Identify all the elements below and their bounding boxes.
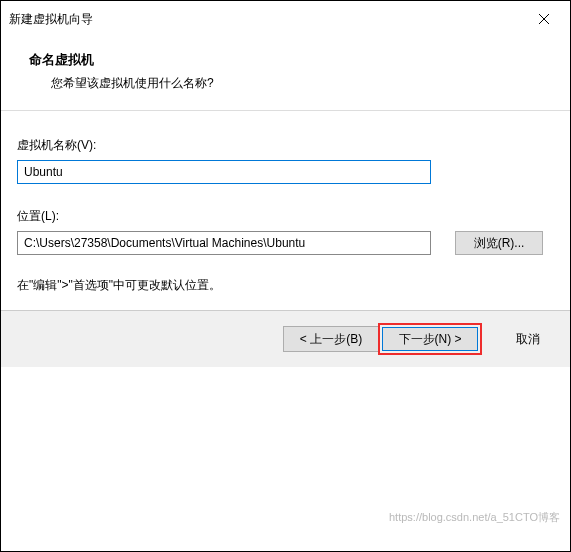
- titlebar: 新建虚拟机向导: [1, 1, 571, 37]
- back-button[interactable]: < 上一步(B): [283, 326, 379, 352]
- wizard-header: 命名虚拟机 您希望该虚拟机使用什么名称?: [1, 37, 571, 110]
- hint-text: 在"编辑">"首选项"中可更改默认位置。: [17, 277, 556, 294]
- wizard-footer: < 上一步(B) 下一步(N) > 取消: [1, 310, 571, 367]
- location-row: 浏览(R)...: [17, 231, 556, 255]
- watermark-text: https://blog.csdn.net/a_51CTO博客: [389, 510, 560, 525]
- page-subtitle: 您希望该虚拟机使用什么名称?: [51, 75, 560, 92]
- vm-name-label: 虚拟机名称(V):: [17, 137, 556, 154]
- next-button[interactable]: 下一步(N) >: [382, 327, 478, 351]
- close-icon: [539, 14, 549, 24]
- next-highlight: 下一步(N) >: [378, 323, 482, 355]
- location-input[interactable]: [17, 231, 431, 255]
- page-title: 命名虚拟机: [29, 51, 560, 69]
- close-button[interactable]: [524, 7, 564, 31]
- location-label: 位置(L):: [17, 208, 556, 225]
- browse-button[interactable]: 浏览(R)...: [455, 231, 543, 255]
- vm-name-input[interactable]: [17, 160, 431, 184]
- cancel-button[interactable]: 取消: [498, 326, 558, 352]
- wizard-content: 虚拟机名称(V): 位置(L): 浏览(R)... 在"编辑">"首选项"中可更…: [1, 111, 571, 310]
- window-title: 新建虚拟机向导: [9, 11, 93, 28]
